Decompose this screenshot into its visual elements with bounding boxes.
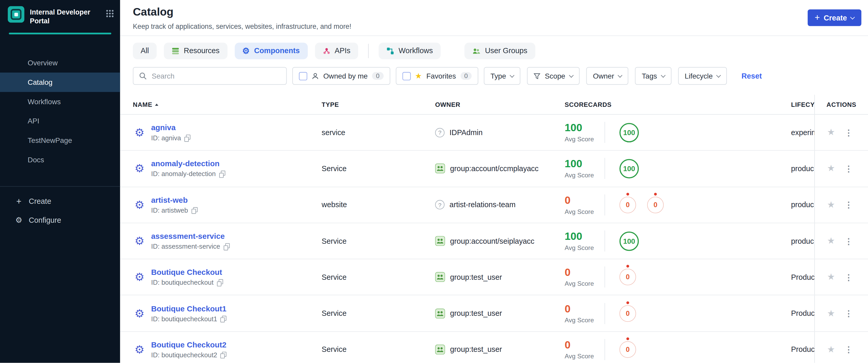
entity-id: ID: artistweb [151, 206, 197, 214]
plus-icon: + [15, 197, 23, 206]
column-header-scorecards[interactable]: SCORECARDS [565, 101, 791, 108]
name-cell: ⚙artist-webID: artistweb [133, 195, 322, 214]
owner-name: artist-relations-team [450, 201, 516, 209]
more-actions-icon[interactable]: ⋮ [844, 345, 853, 354]
filter-dropdown-type[interactable]: Type [484, 67, 520, 85]
copy-icon[interactable] [220, 315, 227, 322]
reset-filters-link[interactable]: Reset [742, 72, 762, 80]
unknown-user-icon: ? [435, 128, 444, 137]
entity-name-link[interactable]: assessment-service [151, 232, 229, 240]
scorecard-badge[interactable]: 0 [620, 341, 636, 358]
favorite-star-icon[interactable]: ★ [827, 201, 835, 209]
scorecard-badge[interactable]: 0 [647, 196, 664, 213]
column-header-type[interactable]: TYPE [321, 101, 435, 108]
copy-icon[interactable] [220, 352, 227, 359]
alert-dot [626, 265, 629, 268]
scorecard-badge[interactable]: 100 [620, 123, 639, 142]
name-cell: ⚙Boutique Checkout1ID: boutiquecheckout1 [133, 304, 322, 323]
more-actions-icon[interactable]: ⋮ [844, 273, 853, 281]
favorite-star-icon[interactable]: ★ [827, 237, 835, 245]
column-header-lifecycle[interactable]: LIFECYC [791, 94, 814, 114]
page-subtitle: Keep track of applications, services, we… [133, 23, 868, 31]
scorecard-badge[interactable]: 0 [620, 196, 636, 213]
tab-all[interactable]: All [133, 42, 157, 59]
copy-icon[interactable] [219, 171, 225, 178]
avg-score-label: Avg Score [565, 353, 604, 360]
group-icon [435, 236, 445, 246]
chevron-down-icon [510, 72, 515, 77]
search-box[interactable] [133, 67, 287, 85]
filter-dropdown-scope[interactable]: Scope [527, 67, 580, 85]
more-actions-icon[interactable]: ⋮ [844, 128, 853, 137]
entity-name-link[interactable]: anomaly-detection [151, 159, 225, 168]
search-icon [139, 72, 147, 80]
filter-dropdown-tags[interactable]: Tags [635, 67, 671, 85]
entity-name-link[interactable]: Boutique Checkout1 [151, 304, 226, 313]
more-actions-icon[interactable]: ⋮ [844, 164, 853, 173]
name-cell: ⚙anomaly-detectionID: anomaly-detection [133, 159, 322, 178]
table-row: ⚙anomaly-detectionID: anomaly-detectionS… [120, 151, 868, 187]
more-actions-icon[interactable]: ⋮ [844, 309, 853, 317]
scorecard-badge[interactable]: 0 [620, 305, 636, 322]
filter-dropdown-lifecycle[interactable]: Lifecycle [678, 67, 727, 85]
favorites-filter[interactable]: ★ Favorites 0 [396, 67, 478, 85]
copy-icon[interactable] [191, 207, 197, 214]
scorecard-divider [604, 231, 605, 251]
favorites-checkbox[interactable] [402, 72, 410, 80]
sidebar-item-workflows[interactable]: Workflows [0, 92, 120, 111]
scorecard-badge[interactable]: 100 [620, 231, 639, 251]
tab-components[interactable]: ⚙Components [235, 42, 308, 59]
sidebar-item-testnewpage[interactable]: TestNewPage [0, 130, 120, 150]
owned-by-me-filter[interactable]: Owned by me 0 [292, 67, 390, 85]
tab-apis[interactable]: APIs [315, 42, 358, 59]
component-gear-icon: ⚙ [134, 127, 144, 138]
search-input[interactable] [151, 71, 281, 81]
scorecard-badge[interactable]: 100 [620, 159, 639, 178]
scorecards-cell: 0Avg Score0 [565, 267, 791, 288]
entity-id: ID: boutiquecheckout [151, 279, 223, 286]
more-actions-icon[interactable]: ⋮ [844, 201, 853, 209]
favorite-star-icon[interactable]: ★ [827, 128, 835, 137]
avg-score-label: Avg Score [565, 244, 604, 251]
favorite-star-icon[interactable]: ★ [827, 273, 835, 281]
filter-dropdown-owner[interactable]: Owner [586, 67, 628, 85]
sidebar-item-api[interactable]: API [0, 111, 120, 130]
sidebar-item-overview[interactable]: Overview [0, 53, 120, 72]
entity-name-link[interactable]: agniva [151, 123, 190, 132]
sidebar-configure-button[interactable]: ⚙ Configure [0, 211, 120, 229]
favorite-star-icon[interactable]: ★ [827, 345, 835, 354]
create-button[interactable]: + Create [807, 9, 861, 26]
sidebar-create-button[interactable]: + Create [0, 192, 120, 211]
favorite-star-icon[interactable]: ★ [827, 164, 835, 173]
favorite-star-icon[interactable]: ★ [827, 309, 835, 317]
more-actions-icon[interactable]: ⋮ [844, 237, 853, 245]
entity-name-link[interactable]: Boutique Checkout [151, 268, 223, 277]
lifecycle-cell: Produc [791, 309, 814, 317]
tab-resources[interactable]: Resources [164, 42, 227, 59]
scorecard-badge[interactable]: 0 [620, 269, 636, 285]
avg-score-value: 100 [565, 123, 604, 134]
sidebar-item-docs[interactable]: Docs [0, 150, 120, 169]
filters-row: Owned by me 0 ★ Favorites 0 TypeScopeOwn… [120, 67, 868, 85]
copy-icon[interactable] [223, 243, 229, 250]
actions-cell: ★⋮ [814, 259, 868, 295]
chevron-down-icon [569, 72, 574, 77]
scorecards-cell: 0Avg Score00 [565, 194, 791, 215]
sidebar-item-catalog[interactable]: Catalog [0, 72, 120, 92]
column-header-name[interactable]: NAME [133, 101, 322, 108]
entity-name-link[interactable]: Boutique Checkout2 [151, 340, 226, 349]
scorecard-divider [604, 267, 605, 288]
app-switcher-icon[interactable] [106, 10, 114, 17]
column-header-owner[interactable]: OWNER [435, 101, 565, 108]
copy-icon[interactable] [217, 279, 223, 286]
tab-workflows[interactable]: Workflows [378, 42, 440, 59]
owned-by-me-checkbox[interactable] [299, 72, 307, 80]
owner-cell: ?IDPAdmin [435, 128, 565, 137]
filter-dropdowns: TypeScopeOwnerTagsLifecycle [484, 67, 727, 85]
copy-icon[interactable] [184, 134, 190, 141]
entity-name-link[interactable]: artist-web [151, 195, 197, 204]
owner-name: group:test_user [450, 345, 502, 354]
sidebar-divider [0, 186, 120, 186]
owner-cell: group:test_user [435, 308, 565, 318]
tab-user-groups[interactable]: User Groups [465, 42, 535, 59]
